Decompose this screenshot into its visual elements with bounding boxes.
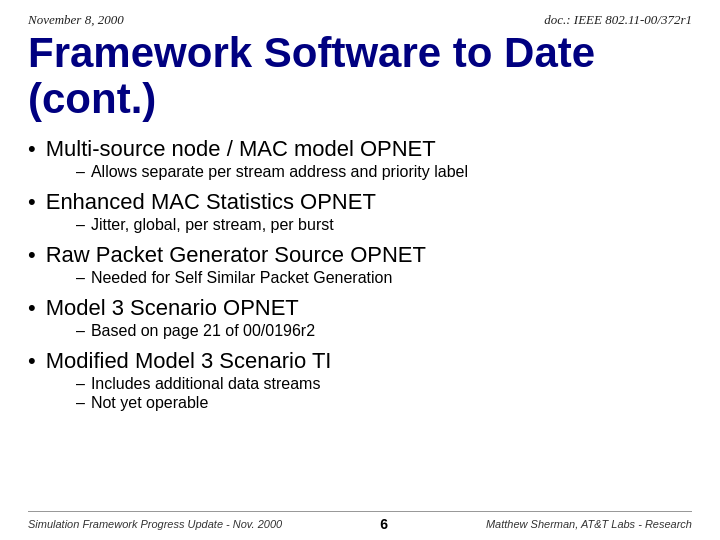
bullet-text-3: Raw Packet Generator Source OPNET — [46, 242, 426, 268]
bullet-item-3: • Raw Packet Generator Source OPNET – Ne… — [28, 242, 692, 287]
sub-bullet-4-1: – Based on page 21 of 00/0196r2 — [28, 322, 692, 340]
sub-dash-4-1: – — [76, 322, 85, 340]
sub-dash-5-2: – — [76, 394, 85, 412]
sub-text-3-1: Needed for Self Similar Packet Generatio… — [91, 269, 392, 287]
bullet-main-3: • Raw Packet Generator Source OPNET — [28, 242, 692, 268]
bullet-text-5: Modified Model 3 Scenario TI — [46, 348, 332, 374]
footer-page-number: 6 — [380, 516, 388, 532]
bullet-item-5: • Modified Model 3 Scenario TI – Include… — [28, 348, 692, 412]
bullet-main-5: • Modified Model 3 Scenario TI — [28, 348, 692, 374]
bullet-dot-1: • — [28, 136, 36, 162]
sub-bullet-2-1: – Jitter, global, per stream, per burst — [28, 216, 692, 234]
sub-bullet-5-1: – Includes additional data streams — [28, 375, 692, 393]
footer-right: Matthew Sherman, AT&T Labs - Research — [486, 518, 692, 530]
bullet-main-2: • Enhanced MAC Statistics OPNET — [28, 189, 692, 215]
sub-bullet-1-1: – Allows separate per stream address and… — [28, 163, 692, 181]
bullet-dot-3: • — [28, 242, 36, 268]
header-date: November 8, 2000 — [28, 12, 124, 28]
sub-dash-2-1: – — [76, 216, 85, 234]
slide: November 8, 2000 doc.: IEEE 802.11-00/37… — [0, 0, 720, 540]
header-doc: doc.: IEEE 802.11-00/372r1 — [544, 12, 692, 28]
sub-dash-5-1: – — [76, 375, 85, 393]
bullet-dot-4: • — [28, 295, 36, 321]
bullet-item-1: • Multi-source node / MAC model OPNET – … — [28, 136, 692, 181]
bullet-text-1: Multi-source node / MAC model OPNET — [46, 136, 436, 162]
sub-text-1-1: Allows separate per stream address and p… — [91, 163, 468, 181]
sub-dash-1-1: – — [76, 163, 85, 181]
footer-left: Simulation Framework Progress Update - N… — [28, 518, 282, 530]
bullet-text-2: Enhanced MAC Statistics OPNET — [46, 189, 376, 215]
footer: Simulation Framework Progress Update - N… — [28, 511, 692, 532]
bullet-main-4: • Model 3 Scenario OPNET — [28, 295, 692, 321]
sub-text-5-2: Not yet operable — [91, 394, 208, 412]
bullet-dot-2: • — [28, 189, 36, 215]
sub-bullet-3-1: – Needed for Self Similar Packet Generat… — [28, 269, 692, 287]
bullet-item-2: • Enhanced MAC Statistics OPNET – Jitter… — [28, 189, 692, 234]
bullet-dot-5: • — [28, 348, 36, 374]
sub-text-2-1: Jitter, global, per stream, per burst — [91, 216, 334, 234]
sub-dash-3-1: – — [76, 269, 85, 287]
sub-text-5-1: Includes additional data streams — [91, 375, 320, 393]
slide-title: Framework Software to Date (cont.) — [28, 30, 692, 122]
bullet-main-1: • Multi-source node / MAC model OPNET — [28, 136, 692, 162]
sub-text-4-1: Based on page 21 of 00/0196r2 — [91, 322, 315, 340]
header-row: November 8, 2000 doc.: IEEE 802.11-00/37… — [28, 12, 692, 28]
bullet-item-4: • Model 3 Scenario OPNET – Based on page… — [28, 295, 692, 340]
content-area: • Multi-source node / MAC model OPNET – … — [28, 136, 692, 511]
sub-bullet-5-2: – Not yet operable — [28, 394, 692, 412]
bullet-text-4: Model 3 Scenario OPNET — [46, 295, 299, 321]
